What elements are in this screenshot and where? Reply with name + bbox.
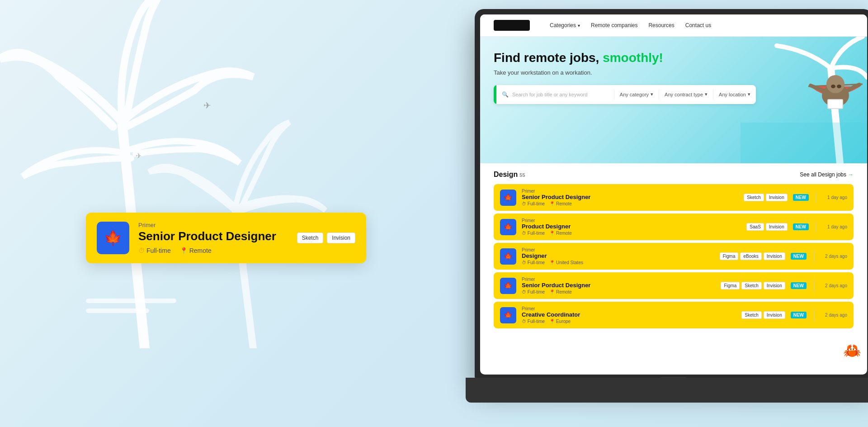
job-tags: FigmaeBooksInvision — [720, 252, 785, 260]
decorative-bars — [86, 299, 176, 313]
job-row[interactable]: 🍁 Primer Creative Coordinator ⏱ Full-tim… — [494, 302, 854, 328]
job-meta: ⏱ Full-time 📍 United States — [522, 260, 714, 265]
job-info: Primer Designer ⏱ Full-time 📍 United Sta… — [522, 247, 714, 265]
pin-icon: 📍 — [549, 289, 555, 294]
card-tag-invision: Invision — [327, 232, 355, 243]
job-company-name: Primer — [522, 277, 715, 282]
job-location: 📍 Remote — [549, 201, 572, 206]
new-badge: NEW — [791, 282, 807, 289]
job-date: 2 days ago — [825, 283, 847, 288]
leaf-icon: 🍁 — [504, 252, 513, 261]
clock-icon: ⏱ — [138, 247, 145, 254]
chevron-down-icon: ▾ — [705, 91, 708, 97]
job-type: ⏱ Full-time — [522, 289, 545, 294]
job-info: Primer Creative Coordinator ⏱ Full-time … — [522, 306, 736, 324]
job-tags: SketchInvision — [741, 311, 785, 319]
job-tag: Sketch — [741, 311, 762, 319]
nav-contact-us[interactable]: Contact us — [685, 22, 711, 28]
job-info: Primer Senior Porduct Designer ⏱ Full-ti… — [522, 277, 715, 294]
job-location: 📍 Remote — [549, 231, 572, 236]
job-type: ⏱ Full-time — [522, 260, 545, 265]
job-tag: SaaS — [746, 223, 764, 231]
new-badge: NEW — [793, 194, 809, 201]
svg-text:✈: ✈ — [203, 100, 211, 110]
section-count: 55 — [519, 172, 525, 178]
job-row[interactable]: 🍁 Primer Product Designer ⏱ Full-time 📍 … — [494, 214, 854, 240]
job-type: ⏱ Full-time — [522, 319, 545, 324]
job-company-logo: 🍁 — [500, 307, 516, 323]
category-dropdown[interactable]: Any category ▾ — [614, 91, 659, 97]
search-icon: 🔍 — [502, 91, 509, 98]
nav-resources[interactable]: Resources — [648, 22, 674, 28]
laptop-wrapper: Categories ▾ Remote companies Resources … — [371, 0, 868, 427]
job-row[interactable]: 🍁 Primer Designer ⏱ Full-time 📍 United S… — [494, 243, 854, 270]
job-tag: Invision — [766, 194, 788, 201]
clock-icon: ⏱ — [522, 289, 526, 294]
divider — [814, 280, 814, 291]
clock-icon: ⏱ — [522, 260, 526, 265]
arrow-right-icon: → — [848, 171, 854, 178]
job-title: Senior Porduct Designer — [522, 282, 715, 289]
job-type: ⏱ Full-time — [522, 231, 545, 236]
card-location: 📍 Remote — [180, 247, 212, 254]
nav-categories[interactable]: Categories ▾ — [550, 22, 580, 28]
laptop-base — [466, 378, 868, 403]
screen-nav: Categories ▾ Remote companies Resources … — [480, 14, 867, 37]
chevron-down-icon: ▾ — [748, 91, 750, 97]
job-tags: SketchInvision — [744, 194, 787, 201]
chevron-down-icon: ▾ — [651, 91, 653, 97]
card-tags: Sketch Invision — [297, 232, 355, 243]
job-company-name: Primer — [522, 247, 714, 252]
job-title: Senior Product Designer — [522, 194, 738, 200]
job-company-name: Primer — [522, 306, 736, 311]
location-dropdown[interactable]: Any location ▾ — [713, 91, 756, 97]
job-tags: FigmaSketchInvision — [721, 282, 785, 289]
job-tag: Invision — [764, 311, 785, 319]
job-date: 2 days ago — [825, 254, 847, 259]
job-list: 🍁 Primer Senior Product Designer ⏱ Full-… — [494, 184, 854, 328]
floating-job-card[interactable]: 🍁 Primer Senior Product Designer ⏱ Full-… — [86, 213, 366, 263]
job-location: 📍 Remote — [549, 289, 572, 294]
job-row[interactable]: 🍁 Primer Senior Product Designer ⏱ Full-… — [494, 184, 854, 211]
divider — [816, 192, 816, 203]
divider — [816, 222, 816, 232]
search-input-area[interactable]: 🔍 Search for job title or any keyword — [496, 91, 614, 98]
nav-logo — [494, 20, 530, 31]
screen-listings: Design 55 See all Design jobs → 🍁 Primer… — [480, 163, 867, 338]
card-tag-sketch: Sketch — [297, 232, 324, 243]
card-employment-type: ⏱ Full-time — [138, 247, 171, 254]
deco-bar-1 — [86, 299, 176, 303]
job-company-logo: 🍁 — [500, 278, 516, 294]
job-tag: Invision — [764, 282, 785, 289]
divider — [814, 310, 814, 321]
new-badge: NEW — [791, 253, 807, 260]
nav-remote-companies[interactable]: Remote companies — [591, 22, 637, 28]
clock-icon: ⏱ — [522, 201, 526, 206]
job-meta: ⏱ Full-time 📍 Europe — [522, 319, 736, 324]
job-company-name: Primer — [522, 218, 741, 223]
pin-icon: 📍 — [549, 260, 555, 265]
laptop-body: Categories ▾ Remote companies Resources … — [475, 9, 868, 380]
job-title: Designer — [522, 252, 714, 259]
section-title: Design 55 — [494, 171, 525, 179]
job-tag: Figma — [721, 282, 740, 289]
laptop: Categories ▾ Remote companies Resources … — [466, 9, 868, 416]
pin-icon: 📍 — [549, 201, 555, 206]
job-location: 📍 Europe — [549, 319, 571, 324]
job-tag: eBooks — [740, 252, 761, 260]
job-row[interactable]: 🍁 Primer Senior Porduct Designer ⏱ Full-… — [494, 272, 854, 299]
leaf-icon: 🍁 — [504, 311, 513, 319]
hero-title: Find remote jobs, smoothly! — [494, 50, 854, 66]
job-tag: Sketch — [741, 282, 762, 289]
contract-type-dropdown[interactable]: Any contract type ▾ — [659, 91, 713, 97]
hero-text: Find remote jobs, smoothly! Take your wo… — [494, 50, 854, 104]
job-meta: ⏱ Full-time 📍 Remote — [522, 231, 741, 236]
see-all-button[interactable]: See all Design jobs → — [800, 171, 854, 178]
divider — [814, 251, 814, 262]
listings-header: Design 55 See all Design jobs → — [494, 171, 854, 179]
laptop-screen: Categories ▾ Remote companies Resources … — [480, 14, 867, 375]
leaf-icon: 🍁 — [504, 193, 513, 202]
job-company-logo: 🍁 — [500, 219, 516, 235]
search-bar[interactable]: 🔍 Search for job title or any keyword An… — [494, 85, 756, 104]
leaf-icon: 🍁 — [504, 281, 513, 290]
